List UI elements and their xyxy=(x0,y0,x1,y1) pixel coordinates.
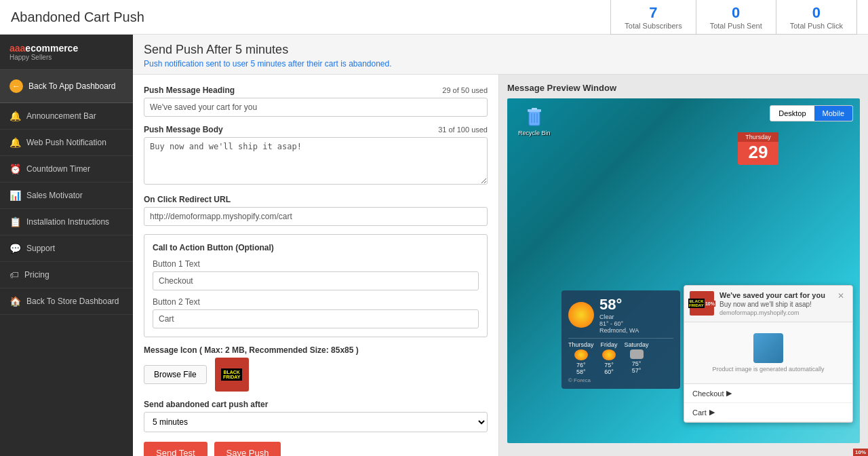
back-arrow-icon: ← xyxy=(9,79,23,93)
sat-icon xyxy=(630,349,644,359)
pricing-icon: 🏷 xyxy=(9,269,19,280)
weather-range: 81° - 60° xyxy=(599,320,639,327)
top-bar: Abandoned Cart Push 7 Total Subscribers … xyxy=(0,0,868,35)
preview-title: Message Preview Window xyxy=(507,83,860,93)
push-sent-label: Total Push Sent xyxy=(710,22,762,30)
sidebar-item-web-push[interactable]: 🔔 Web Push Notification xyxy=(0,130,133,156)
subscribers-number: 7 xyxy=(625,4,682,22)
calendar-widget: Thursday 29 xyxy=(738,132,778,165)
page-title: Abandoned Cart Push xyxy=(11,10,610,25)
body-row: Push Message Body 31 of 100 used xyxy=(144,125,488,187)
thu-icon xyxy=(574,349,588,360)
push-sent-number: 0 xyxy=(710,4,762,22)
sat-name: Saturday xyxy=(625,341,649,348)
btn2-label: Button 2 Text xyxy=(153,297,479,307)
body-textarea[interactable] xyxy=(144,137,488,185)
sidebar-item-label: Countdown Timer xyxy=(26,164,90,174)
sidebar-item-installation[interactable]: 📋 Installation Instructions xyxy=(0,209,133,235)
main-layout: aaaecommerce Happy Sellers ← Back To App… xyxy=(0,35,868,456)
notification-header: BLACKFRIDAY 10% We've saved your cart fo… xyxy=(684,286,852,322)
sidebar-item-label: Back To Store Dashboard xyxy=(26,297,119,306)
fri-name: Friday xyxy=(601,341,618,348)
btn1-input[interactable] xyxy=(153,271,479,290)
heading-input[interactable] xyxy=(144,98,488,117)
cart-arrow-icon: ▶ xyxy=(709,408,715,417)
product-auto-text: Product image is generated automatically xyxy=(712,366,824,373)
notification-action-checkout[interactable]: Checkout ▶ xyxy=(684,384,852,403)
weather-widget: 58° Clear 81° - 60° Redmond, WA Thursday… xyxy=(561,290,680,389)
announcement-icon: 🔔 xyxy=(9,111,21,121)
fri-low: 60° xyxy=(601,368,618,375)
sidebar-item-sales-motivator[interactable]: 📊 Sales Motivator xyxy=(0,183,133,209)
send-test-button[interactable]: Send Test xyxy=(144,442,208,456)
calendar-day-name: Thursday xyxy=(738,132,778,142)
sidebar-item-support[interactable]: 💬 Support xyxy=(0,235,133,262)
browse-file-button[interactable]: Browse File xyxy=(144,365,207,384)
push-click-label: Total Push Click xyxy=(790,22,843,30)
fri-high: 75° xyxy=(601,362,618,368)
installation-icon: 📋 xyxy=(9,216,21,227)
body-char-count: 31 of 100 used xyxy=(438,126,488,134)
weather-condition: Clear xyxy=(599,314,639,320)
sidebar-logo: aaaecommerce Happy Sellers xyxy=(0,35,133,70)
weather-location: Redmond, WA xyxy=(599,327,639,334)
save-push-button[interactable]: Save Push xyxy=(214,442,281,456)
logo-sub: Happy Sellers xyxy=(9,54,123,61)
web-push-icon: 🔔 xyxy=(9,137,21,148)
svg-rect-2 xyxy=(532,108,537,110)
redirect-row: On Click Redirect URL xyxy=(144,195,488,226)
notification-title: We've saved your cart for you xyxy=(719,291,829,299)
product-image xyxy=(753,333,783,363)
redirect-input[interactable] xyxy=(144,207,488,226)
thu-low: 58° xyxy=(568,368,594,375)
notification-action-cart[interactable]: Cart ▶ xyxy=(684,403,852,422)
sidebar-item-countdown[interactable]: ⏰ Countdown Timer xyxy=(0,156,133,183)
section-subtitle: Push notification sent to user 5 minutes… xyxy=(144,59,857,69)
sidebar-item-label: Pricing xyxy=(24,270,50,280)
send-after-select[interactable]: 5 minutes 10 minutes 15 minutes 30 minut… xyxy=(144,412,488,432)
notification-actions: Checkout ▶ Cart ▶ xyxy=(684,384,852,422)
send-after-row: Send abandoned cart push after 5 minutes… xyxy=(144,400,488,432)
cta-title: Call to Action Button (Optional) xyxy=(153,243,479,252)
icon-upload-row: Browse File BLACKFRIDAY 10% xyxy=(144,358,488,392)
sun-icon xyxy=(568,302,594,328)
sidebar-item-back-store[interactable]: 🏠 Back To Store Dashboard xyxy=(0,288,133,315)
desktop-button[interactable]: Desktop xyxy=(770,106,814,121)
icon-label: Message Icon ( Max: 2 MB, Recommended Si… xyxy=(144,345,359,355)
mobile-button[interactable]: Mobile xyxy=(814,106,852,121)
notification-popup: BLACKFRIDAY 10% We've saved your cart fo… xyxy=(684,285,853,423)
redirect-label-row: On Click Redirect URL xyxy=(144,195,488,204)
recycle-bin-svg xyxy=(525,107,544,128)
notification-text: We've saved your cart for you Buy now an… xyxy=(719,291,829,316)
send-after-label: Send abandoned cart push after xyxy=(144,400,268,409)
weather-temp: 58° xyxy=(599,296,639,314)
sidebar-item-pricing[interactable]: 🏷 Pricing xyxy=(0,262,133,288)
calendar-date: 29 xyxy=(738,142,778,162)
content-body: Push Message Heading 29 of 50 used Push … xyxy=(133,75,868,456)
stats-group: 7 Total Subscribers 0 Total Push Sent 0 … xyxy=(610,0,857,35)
sidebar-item-label: Support xyxy=(26,244,55,253)
back-to-app-button[interactable]: ← Back To App Dashboard xyxy=(0,70,133,103)
sat-low: 57° xyxy=(625,367,649,374)
body-label-row: Push Message Body 31 of 100 used xyxy=(144,125,488,134)
sat-high: 75° xyxy=(625,360,649,367)
sidebar-item-label: Installation Instructions xyxy=(26,217,109,227)
logo-brand: ecommerce xyxy=(25,43,78,54)
checkout-arrow-icon: ▶ xyxy=(726,389,732,398)
body-label: Push Message Body xyxy=(144,125,223,134)
notification-body: Buy now and we'll ship it asap! xyxy=(719,301,829,308)
recycle-bin-label: Recycle Bin xyxy=(518,130,551,136)
form-panel: Push Message Heading 29 of 50 used Push … xyxy=(133,75,499,456)
weather-thu: Thursday 76° 58° xyxy=(568,341,594,375)
recycle-bin-icon: Recycle Bin xyxy=(518,107,551,136)
notification-product-area: Product image is generated automatically xyxy=(684,322,852,384)
redirect-label: On Click Redirect URL xyxy=(144,195,231,204)
stat-subscribers: 7 Total Subscribers xyxy=(610,0,695,35)
back-to-app-label: Back To App Dashboard xyxy=(28,81,116,91)
heading-row: Push Message Heading 29 of 50 used xyxy=(144,86,488,117)
sidebar-item-announcement[interactable]: 🔔 Announcement Bar xyxy=(0,103,133,130)
section-title: Send Push After 5 minutes xyxy=(144,43,857,57)
btn2-input[interactable] xyxy=(153,309,479,328)
weather-sat: Saturday 75° 57° xyxy=(625,341,649,375)
notification-close-button[interactable]: ✕ xyxy=(835,291,847,301)
